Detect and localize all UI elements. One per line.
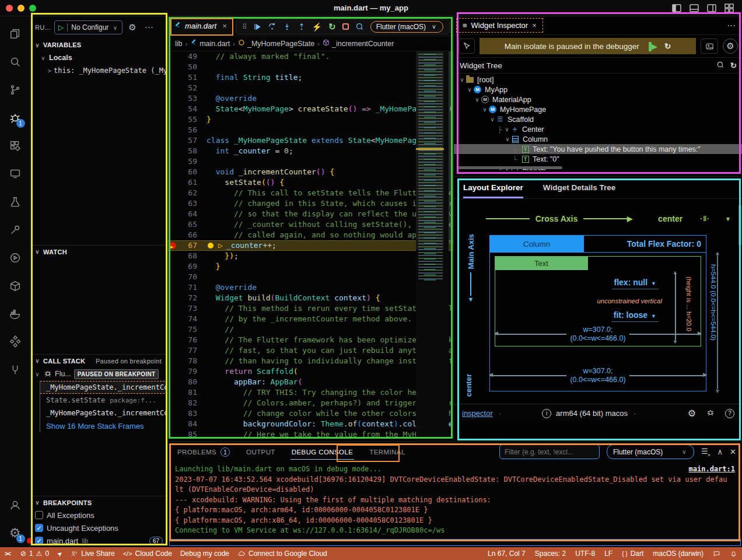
remote-explorer-icon[interactable] [1,160,29,188]
gutter[interactable] [168,387,178,398]
run-config-dropdown[interactable]: Flutter (macOS)∨ [370,21,443,33]
hot-reload-banner-icon[interactable]: ↻ [664,41,671,51]
code-line-55[interactable]: 55} [168,114,453,125]
code-line-81[interactable]: 81 // TRY THIS: Try changing the color h… [168,387,453,398]
breadcrumb-item[interactable]: _incrementCounter [323,39,394,48]
widget-tree-node[interactable]: ∨Column [454,134,742,144]
split-editor-icon[interactable] [707,4,716,15]
show-more-frames-link[interactable]: Show 16 More Stack Frames [40,419,167,432]
toolbar-drag-grip[interactable]: ⠿ [242,23,247,31]
launch-config-control[interactable]: ▷ No Configur∨ [54,20,123,34]
cloud-provider-icon[interactable] [1,328,29,356]
dart-devtools-icon[interactable] [1,244,29,272]
cloud-code-button[interactable]: </>Cloud Code [123,550,172,558]
breakpoint-checkbox[interactable] [35,511,43,519]
gutter[interactable] [168,261,178,272]
gutter[interactable] [168,377,178,387]
breakpoint-row[interactable]: All Exceptions [30,509,167,522]
gutter[interactable] [168,51,178,62]
step-into-icon[interactable] [283,23,291,31]
close-panel-icon[interactable]: ✕ [730,447,736,456]
gutter[interactable] [168,282,178,293]
docker-icon[interactable] [1,300,29,328]
code-line-76[interactable]: 76 // The Flutter framework has been opt… [168,335,453,345]
gutter[interactable] [168,324,178,335]
widget-tree-node[interactable]: ∨MMyHomePage [454,104,742,114]
widget-tree-node[interactable]: ├∨÷Center [454,124,742,134]
problems-status[interactable]: ⊘ 1 ⚠ 0 [20,550,49,558]
code-line-61[interactable]: 61 setState(() { [168,177,453,188]
continue-icon[interactable] [253,23,261,31]
panel-tab-problems[interactable]: PROBLEMS1 [176,444,231,460]
code-line-66[interactable]: 66 // called again, and so nothing would… [168,230,453,240]
feedback-icon[interactable] [713,550,720,558]
footer-settings-gear-icon[interactable]: ⚙ [688,409,696,418]
code-line-74[interactable]: 74 // by the _incrementCounter method ab… [168,314,453,324]
gutter[interactable] [168,72,178,83]
breadcrumb-item[interactable]: lib [175,40,183,48]
code-line-54[interactable]: 54 State<MyHomePage> createState() => _M… [168,104,453,114]
text-layout-box[interactable]: Text flex: null▼ unconstrained vertical … [495,256,701,346]
layout-explorer-scrollbar[interactable] [738,205,741,246]
debug-thread-row[interactable]: ∨ Flu... PAUSED ON BREAKPOINT [30,367,167,381]
code-line-63[interactable]: 63 // changed in this State, which cause… [168,198,453,209]
settings-gear-icon[interactable]: ⚙ 1 [1,519,29,547]
lightbulb-icon[interactable] [208,243,214,249]
tree-refresh-icon[interactable]: ↻ [730,61,737,70]
code-line-79[interactable]: 79 return Scaffold( [168,366,453,377]
language-mode[interactable]: { } Dart [622,550,643,558]
main-axis-value[interactable]: center [464,374,477,399]
gutter[interactable] [168,125,178,135]
hot-reload-icon[interactable]: ⚡ [312,22,322,32]
locals-group[interactable]: ∨Locals [30,51,167,64]
debug-my-code-button[interactable]: Debug my code [180,550,229,558]
console-source-link[interactable]: main.dart:1 [689,464,735,475]
code-line-68[interactable]: 68 }); [168,251,453,261]
gutter[interactable] [168,345,178,356]
code-line-69[interactable]: 69 } [168,261,453,272]
clear-console-icon[interactable]: ☰x [701,447,710,457]
code-line-67[interactable]: 67▷_counter++; [168,240,453,251]
widget-tree-node[interactable]: ∨[root] [454,75,742,85]
code-line-83[interactable]: 83 // change color while the other color… [168,408,453,419]
stack-frame[interactable]: _MyHomePageState._incrementCo [40,381,167,394]
chevron-down-icon[interactable]: ∨ [481,106,488,113]
tree-horizontal-scrollbar[interactable] [457,166,562,169]
gutter[interactable] [168,219,178,230]
run-and-debug-icon[interactable]: 1 [1,104,29,132]
publish-icon[interactable]: ➤ [57,550,62,558]
gutter[interactable] [168,167,178,177]
remote-indicator-icon[interactable]: >< [5,550,10,557]
inspector-more-icon[interactable]: ⋯ [727,20,742,31]
source-control-icon[interactable] [1,76,29,104]
variable-this-row[interactable]: >this: _MyHomePageState (_MyH... [30,64,167,77]
stack-frame[interactable]: State.setStatepackage:f... [40,394,167,407]
code-line-73[interactable]: 73 // This method is rerun every time se… [168,303,453,314]
gutter[interactable] [168,62,178,72]
stop-icon[interactable] [342,23,349,30]
code-line-72[interactable]: 72 Widget build(BuildContext context) { [168,293,453,303]
code-line-52[interactable]: 52 [168,83,453,93]
breakpoints-section-header[interactable]: ∨BREAKPOINTS [30,496,167,509]
code-line-84[interactable]: 84 backgroundColor: Theme.of(context).co… [168,419,453,429]
toggle-sidebar-icon[interactable] [672,4,681,15]
footer-bug-icon[interactable] [706,408,715,418]
debug-settings-gear-icon[interactable]: ⚙ [126,22,138,33]
widget-tree-node[interactable]: ∨MMaterialApp [454,94,742,104]
step-out-icon[interactable] [298,23,306,31]
testing-icon[interactable] [1,188,29,216]
tab-main-dart[interactable]: main.dart × [168,16,233,36]
resume-icon[interactable]: ▐▶ [646,42,657,51]
breakpoint-paused-icon[interactable] [169,242,176,249]
breadcrumb-item[interactable]: main.dart [190,39,230,48]
notifications-bell-icon[interactable] [730,550,737,558]
gutter[interactable] [168,335,178,345]
close-inspector-tab-icon[interactable]: × [532,21,537,30]
gutter[interactable] [168,251,178,261]
gutter[interactable] [168,419,178,429]
cross-axis-dropdown-icon[interactable]: ▼ [725,216,731,222]
live-share-button[interactable]: Live Share [71,550,114,558]
gutter[interactable] [168,240,178,251]
panel-tab-debug-console[interactable]: DEBUG CONSOLE [290,445,355,460]
code-line-70[interactable]: 70 [168,272,453,282]
